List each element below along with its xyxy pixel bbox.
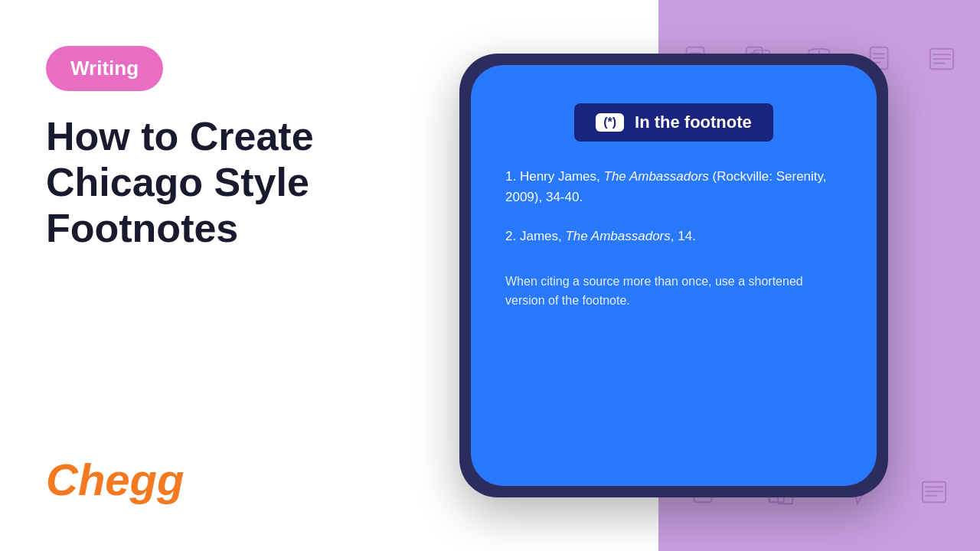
citation-item-1: 1. Henry James, The Ambassadors (Rockvil…	[505, 166, 842, 207]
citation-note: When citing a source more than once, use…	[505, 272, 842, 311]
citation2-before: James,	[520, 229, 566, 243]
citation2-italic: The Ambassadors	[565, 229, 670, 243]
citation2-after: , 14.	[671, 229, 696, 243]
citation1-before: Henry James,	[520, 169, 604, 184]
footnote-header-text: In the footnote	[635, 112, 752, 132]
asterisk-badge: (*)	[596, 113, 624, 132]
main-title: How to Create Chicago Style Footnotes	[46, 114, 398, 251]
writing-badge: Writing	[46, 46, 163, 91]
tablet-outer: (*) In the footnote 1. Henry James, The …	[459, 54, 888, 497]
citation2-number: 2.	[505, 229, 516, 243]
citation1-number: 1.	[505, 169, 516, 184]
tablet-inner: (*) In the footnote 1. Henry James, The …	[471, 65, 877, 486]
citation-item-2: 2. James, The Ambassadors, 14.	[505, 226, 842, 246]
citation1-italic: The Ambassadors	[604, 169, 709, 184]
text-icon	[915, 473, 953, 511]
lines-icon	[923, 40, 961, 78]
footnote-header: (*) In the footnote	[574, 103, 773, 142]
card-container: (*) In the footnote 1. Henry James, The …	[444, 38, 903, 513]
chegg-logo: Chegg	[46, 454, 398, 505]
left-content: Writing How to Create Chicago Style Foot…	[0, 0, 444, 551]
